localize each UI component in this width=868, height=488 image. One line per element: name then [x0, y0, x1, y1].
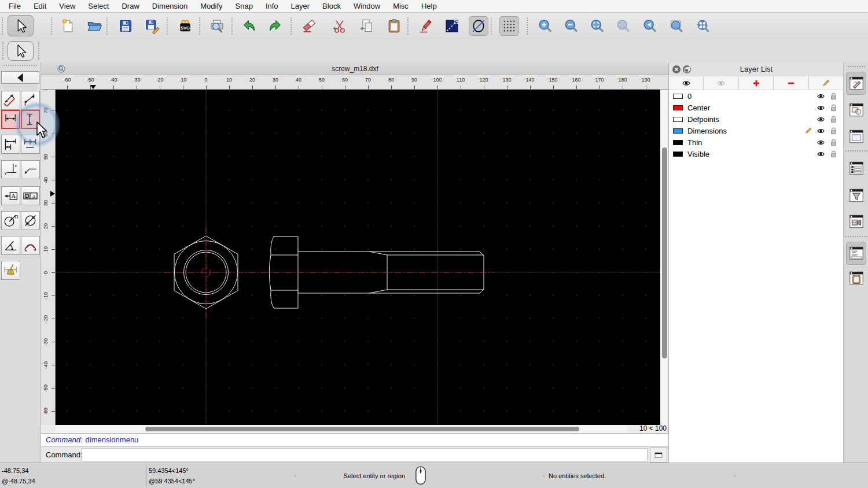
- dimension-linear-tool[interactable]: [21, 91, 40, 110]
- palette-grip[interactable]: [3, 65, 37, 66]
- lock-icon[interactable]: [829, 150, 838, 158]
- zoom-out-button[interactable]: [561, 16, 581, 36]
- command-input[interactable]: [82, 448, 648, 461]
- print-preview-button[interactable]: [207, 16, 227, 36]
- palette-back-button[interactable]: [1, 71, 39, 84]
- eye-icon[interactable]: [816, 150, 825, 158]
- menu-help[interactable]: Help: [415, 0, 443, 13]
- select-tool-button[interactable]: [8, 15, 34, 36]
- lock-icon[interactable]: [829, 92, 838, 101]
- library-browser-dock[interactable]: [846, 125, 866, 148]
- menu-modify[interactable]: Modify: [194, 0, 229, 13]
- dimension-leader-tool[interactable]: [21, 160, 40, 179]
- view-list-dock[interactable]: [846, 210, 866, 233]
- undo-button[interactable]: [239, 16, 259, 36]
- menu-view[interactable]: View: [53, 0, 82, 13]
- lock-icon[interactable]: [829, 115, 838, 124]
- delete-button[interactable]: [299, 16, 319, 36]
- horizontal-scrollbar[interactable]: [56, 425, 628, 433]
- dimension-radial-tool[interactable]: R: [1, 211, 20, 230]
- cut-button[interactable]: [330, 16, 350, 36]
- command-widget-dock[interactable]: [846, 242, 866, 265]
- layer-list-dock[interactable]: [846, 157, 866, 180]
- remove-layer-button[interactable]: [774, 76, 808, 90]
- pen-palette-dock[interactable]: [846, 72, 866, 95]
- zoom-in-button[interactable]: [535, 16, 555, 36]
- lock-icon[interactable]: [829, 127, 838, 135]
- zoom-redraw-button[interactable]: [640, 16, 660, 36]
- zoom-auto-button[interactable]: [587, 16, 607, 36]
- dimension-ordinate-tool[interactable]: xy: [1, 160, 20, 179]
- layer-row-center[interactable]: Center: [669, 102, 844, 113]
- menu-edit[interactable]: Edit: [27, 0, 53, 13]
- copy-button[interactable]: [357, 16, 377, 36]
- draft-mode-toggle[interactable]: [469, 16, 488, 36]
- pencil-icon[interactable]: [804, 127, 812, 135]
- select-window-button[interactable]: [442, 16, 462, 36]
- export-svg-button[interactable]: SVG: [175, 16, 195, 36]
- clipboard-dock[interactable]: [846, 267, 866, 290]
- menu-dimension[interactable]: Dimension: [146, 0, 194, 13]
- detach-command-button[interactable]: [650, 448, 667, 463]
- drawing-canvas[interactable]: [56, 90, 660, 425]
- open-file-button[interactable]: [84, 16, 104, 36]
- toolbar2-grip[interactable]: [2, 42, 3, 60]
- hide-all-layers-button[interactable]: [704, 76, 738, 90]
- dimension-text-tool[interactable]: A: [1, 186, 20, 205]
- save-as-button[interactable]: [142, 16, 162, 36]
- entity-filter-dock[interactable]: [846, 184, 866, 207]
- menu-info[interactable]: Info: [259, 0, 285, 13]
- layer-row-0[interactable]: 0: [669, 90, 844, 102]
- add-layer-button[interactable]: [739, 76, 774, 90]
- layer-row-thin[interactable]: Thin: [669, 136, 844, 148]
- vertical-scrollbar[interactable]: [660, 90, 669, 425]
- dimension-auto-tool[interactable]: [1, 261, 20, 280]
- menu-layer[interactable]: Layer: [285, 0, 317, 13]
- eye-icon[interactable]: [816, 103, 825, 112]
- grid-toggle[interactable]: [499, 16, 519, 36]
- show-all-layers-button[interactable]: [669, 76, 704, 90]
- paste-button[interactable]: [384, 16, 404, 36]
- dimension-baseline-tool[interactable]: [1, 135, 20, 154]
- lock-icon[interactable]: [829, 103, 838, 112]
- menu-file[interactable]: File: [2, 0, 27, 13]
- dimension-diametric-tool[interactable]: [21, 211, 40, 230]
- pen-button[interactable]: [416, 16, 436, 36]
- dimension-vertical-tool[interactable]: [21, 110, 40, 129]
- new-document-button[interactable]: [58, 16, 78, 36]
- vertical-scrollbar-handle[interactable]: [662, 147, 667, 358]
- horizontal-scrollbar-handle[interactable]: [145, 427, 579, 431]
- layer-row-defpoints[interactable]: Defpoints: [669, 113, 844, 125]
- dock-grip[interactable]: [848, 66, 865, 67]
- menu-window[interactable]: Window: [347, 0, 387, 13]
- layer-row-dimensions[interactable]: Dimensions: [669, 125, 844, 136]
- layer-row-visible[interactable]: Visible: [669, 148, 844, 160]
- eye-icon[interactable]: [816, 127, 825, 135]
- edit-layer-button[interactable]: [809, 76, 844, 90]
- save-button[interactable]: [116, 16, 135, 36]
- zoom-window-button[interactable]: [667, 16, 686, 36]
- block-list-dock[interactable]: [846, 98, 866, 121]
- menu-draw[interactable]: Draw: [115, 0, 145, 13]
- eye-icon[interactable]: [816, 115, 825, 124]
- menu-select[interactable]: Select: [82, 0, 115, 13]
- lock-icon[interactable]: [829, 138, 838, 147]
- dimension-continue-tool[interactable]: [21, 135, 40, 154]
- zoom-previous-button[interactable]: [613, 16, 633, 36]
- dimension-aligned-tool[interactable]: [1, 91, 20, 110]
- dimension-horizontal-tool[interactable]: [1, 110, 20, 129]
- toolbar-grip[interactable]: [2, 17, 3, 35]
- zoom-pan-button[interactable]: [693, 16, 713, 36]
- menu-snap[interactable]: Snap: [229, 0, 259, 13]
- menu-block[interactable]: Block: [316, 0, 347, 13]
- eye-icon[interactable]: [816, 92, 825, 101]
- dimension-arc-tool[interactable]: [21, 236, 40, 255]
- document-titlebar[interactable]: screw_m18.dxf: [41, 62, 669, 75]
- dimension-angular-tool[interactable]: [1, 236, 20, 255]
- select-tool-button-2[interactable]: [8, 41, 34, 61]
- dimension-tolerance-tool[interactable]: .1: [21, 186, 40, 205]
- redo-button[interactable]: [266, 16, 285, 36]
- menu-misc[interactable]: Misc: [387, 0, 415, 13]
- eye-icon[interactable]: [816, 138, 825, 147]
- layer-panel-titlebar[interactable]: Layer List: [669, 62, 844, 76]
